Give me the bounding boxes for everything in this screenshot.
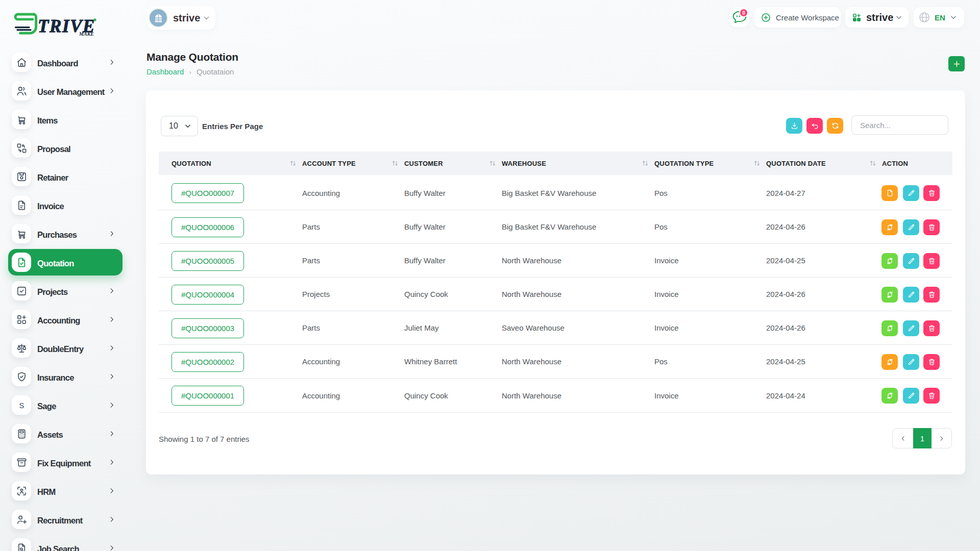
svg-text:S: S (19, 401, 24, 409)
svg-text:MAKE: MAKE (79, 31, 94, 37)
